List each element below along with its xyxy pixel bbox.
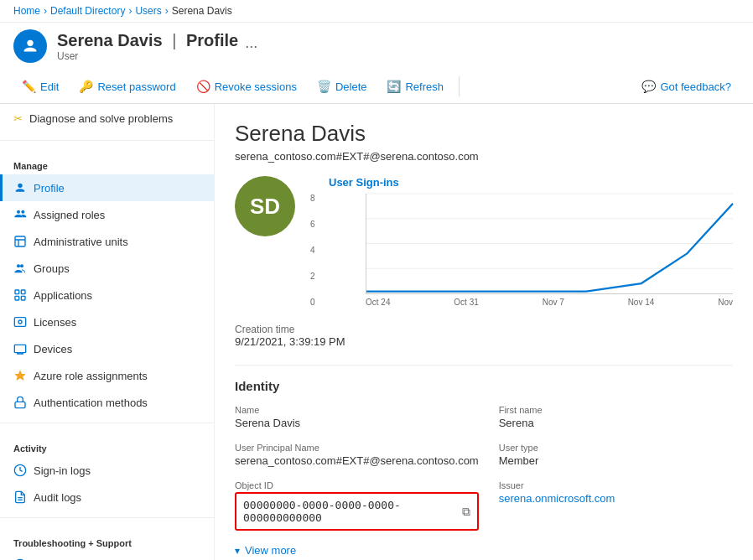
view-more-button[interactable]: ▾ View more <box>235 544 733 557</box>
field-user-type: User type Member <box>499 443 733 467</box>
toolbar-separator <box>459 76 460 96</box>
svg-rect-15 <box>15 402 25 407</box>
page-title: Serena Davis | Profile <box>57 31 238 50</box>
field-upn: User Principal Name serena_contoso.com#E… <box>235 443 479 467</box>
sidebar-item-licenses[interactable]: Licenses <box>0 309 214 335</box>
svg-point-0 <box>27 40 33 46</box>
signin-logs-icon <box>13 464 27 477</box>
troubleshoot-section-title: Troubleshooting + Support <box>0 531 214 552</box>
toolbar: ✏️ Edit 🔑 Reset password 🚫 Revoke sessio… <box>0 70 753 104</box>
svg-rect-11 <box>14 318 25 327</box>
svg-rect-8 <box>21 290 25 294</box>
creation-label: Creation time <box>235 324 733 335</box>
revoke-icon: 🚫 <box>196 80 210 93</box>
main-layout: ✂ Diagnose and solve problems Manage Pro… <box>0 104 753 560</box>
sidebar-item-azure-roles[interactable]: Azure role assignments <box>0 362 214 389</box>
page-header: Serena Davis | Profile User ··· <box>0 23 753 70</box>
chevron-down-icon: ▾ <box>235 545 240 557</box>
sidebar-item-admin-units[interactable]: Administrative units <box>0 228 214 255</box>
profile-icon <box>13 181 27 194</box>
more-options-button[interactable]: ··· <box>245 38 257 55</box>
devices-icon <box>13 342 27 355</box>
field-object-id: Object ID 00000000-0000-0000-0000-000000… <box>235 480 479 531</box>
revoke-sessions-button[interactable]: 🚫 Revoke sessions <box>188 75 305 98</box>
refresh-icon: 🔄 <box>387 80 401 93</box>
delete-button[interactable]: 🗑️ Delete <box>309 75 376 98</box>
sidebar-divider-2 <box>0 423 214 423</box>
manage-section: Manage Profile Assigned roles Administra… <box>0 148 214 416</box>
audit-logs-icon <box>13 490 27 504</box>
troubleshoot-section: Troubleshooting + Support New support re… <box>0 525 214 560</box>
chart-y-axis: 8 6 4 2 0 <box>310 194 315 307</box>
sidebar-item-diagnose[interactable]: ✂ Diagnose and solve problems <box>0 104 214 133</box>
user-upn: serena_contoso.com#EXT#@serena.contoso.c… <box>235 150 733 163</box>
identity-section: Identity Name Serena Davis First name Se… <box>235 379 733 557</box>
sidebar-item-support[interactable]: New support request <box>0 552 214 560</box>
header-title-block: Serena Davis | Profile User <box>57 31 238 62</box>
breadcrumb: Home › Default Directory › Users › Seren… <box>0 0 753 23</box>
user-display-name: Serena Davis <box>235 121 733 147</box>
wrench-icon: ✂ <box>13 112 23 125</box>
copy-icon[interactable]: ⧉ <box>462 505 470 519</box>
breadcrumb-users[interactable]: Users <box>135 5 161 17</box>
edit-icon: ✏️ <box>22 80 36 93</box>
svg-point-3 <box>21 210 24 214</box>
chart-title: User Sign-ins <box>329 176 733 189</box>
user-section: SD User Sign-ins 8 6 4 2 0 <box>235 176 733 307</box>
content-area: Serena Davis serena_contoso.com#EXT#@ser… <box>215 104 753 560</box>
identity-fields: Name Serena Davis First name Serena User… <box>235 405 733 531</box>
sidebar-item-auth-methods[interactable]: Authentication methods <box>0 389 214 416</box>
sidebar-divider-3 <box>0 517 214 518</box>
activity-section: Activity Sign-in logs Audit logs <box>0 430 214 511</box>
sidebar-divider-1 <box>0 140 214 141</box>
feedback-button[interactable]: 💬 Got feedback? <box>633 75 740 98</box>
delete-icon: 🗑️ <box>317 80 331 93</box>
svg-point-6 <box>20 264 23 267</box>
field-issuer: Issuer serena.onmicrosoft.com <box>499 480 733 531</box>
page-subtitle: User <box>57 50 238 62</box>
sidebar-item-audit-logs[interactable]: Audit logs <box>0 484 214 511</box>
sidebar-item-profile[interactable]: Profile <box>0 174 214 201</box>
activity-section-title: Activity <box>0 437 214 457</box>
sidebar-item-devices[interactable]: Devices <box>0 335 214 362</box>
licenses-icon <box>13 315 27 329</box>
azure-roles-icon <box>13 369 27 382</box>
user-avatar: SD <box>235 176 295 236</box>
admin-units-icon <box>13 235 27 248</box>
key-icon: 🔑 <box>79 80 93 93</box>
issuer-link[interactable]: serena.onmicrosoft.com <box>499 492 733 505</box>
sidebar: ✂ Diagnose and solve problems Manage Pro… <box>0 104 215 560</box>
svg-rect-9 <box>15 296 19 300</box>
svg-point-1 <box>18 184 22 188</box>
breadcrumb-home[interactable]: Home <box>13 5 40 17</box>
refresh-button[interactable]: 🔄 Refresh <box>378 75 452 98</box>
svg-point-2 <box>17 210 20 214</box>
svg-marker-14 <box>14 370 25 381</box>
sidebar-item-applications[interactable]: Applications <box>0 282 214 309</box>
svg-rect-7 <box>15 290 19 294</box>
svg-rect-4 <box>15 236 25 246</box>
svg-point-5 <box>17 264 20 267</box>
groups-icon <box>13 262 27 275</box>
reset-password-button[interactable]: 🔑 Reset password <box>70 75 184 98</box>
assigned-roles-icon <box>13 208 27 221</box>
identity-title: Identity <box>235 379 733 393</box>
sidebar-item-signin-logs[interactable]: Sign-in logs <box>0 457 214 484</box>
chart-x-axis: Oct 24 Oct 31 Nov 7 Nov 14 Nov <box>366 298 733 307</box>
applications-icon <box>13 288 27 302</box>
chart-container: User Sign-ins 8 6 4 2 0 <box>329 176 733 307</box>
header-avatar-icon <box>13 29 47 63</box>
object-id-container: 00000000-0000-0000-0000-000000000000 ⧉ <box>235 492 479 531</box>
edit-button[interactable]: ✏️ Edit <box>13 75 67 98</box>
sidebar-item-assigned-roles[interactable]: Assigned roles <box>0 201 214 228</box>
auth-methods-icon <box>13 396 27 409</box>
breadcrumb-directory[interactable]: Default Directory <box>50 5 125 17</box>
manage-section-title: Manage <box>0 154 214 174</box>
sidebar-item-groups[interactable]: Groups <box>0 255 214 282</box>
svg-rect-13 <box>14 345 25 352</box>
field-first-name: First name Serena <box>499 405 733 429</box>
identity-divider <box>235 365 733 366</box>
svg-rect-10 <box>21 296 25 300</box>
object-id-value: 00000000-0000-0000-0000-000000000000 <box>243 499 455 524</box>
breadcrumb-current: Serena Davis <box>172 5 232 17</box>
